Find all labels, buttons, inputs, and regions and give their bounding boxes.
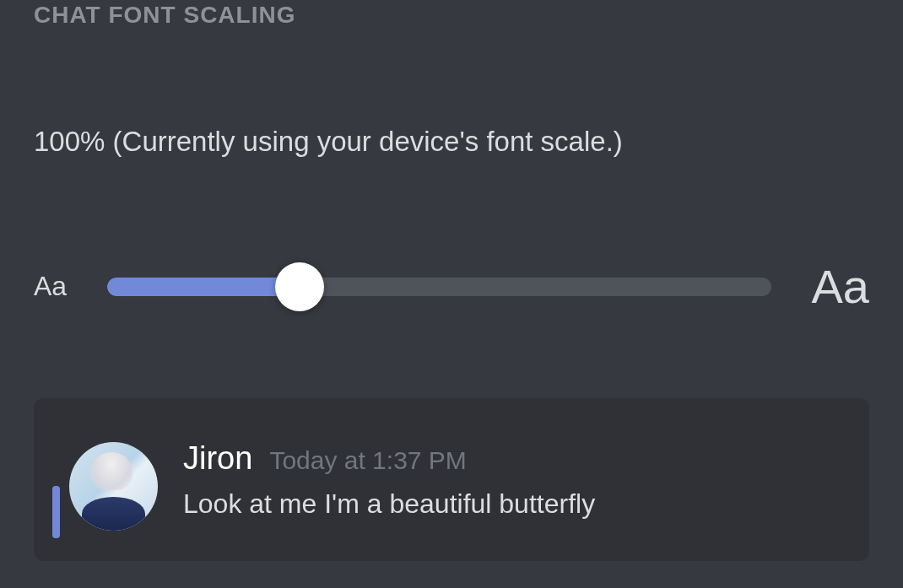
font-size-small-label: Aa — [34, 271, 67, 302]
username: Jiron — [183, 440, 252, 477]
scale-description: 100% (Currently using your device's font… — [34, 126, 869, 158]
section-title: CHAT FONT SCALING — [34, 2, 869, 29]
slider-fill — [107, 278, 300, 296]
scale-note: (Currently using your device's font scal… — [105, 126, 622, 157]
font-scale-slider[interactable] — [107, 278, 771, 296]
message-content: Jiron Today at 1:37 PM Look at me I'm a … — [183, 425, 846, 520]
slider-thumb[interactable] — [275, 262, 324, 311]
timestamp: Today at 1:37 PM — [269, 446, 466, 475]
font-scale-slider-row: Aa Aa — [34, 259, 869, 314]
chat-preview-card: Jiron Today at 1:37 PM Look at me I'm a … — [34, 398, 869, 561]
message-accent-bar — [52, 486, 60, 538]
font-size-large-label: Aa — [812, 259, 870, 314]
message-header: Jiron Today at 1:37 PM — [183, 440, 846, 477]
message-text: Look at me I'm a beautiful butterfly — [183, 488, 846, 520]
scale-value: 100% — [34, 126, 105, 157]
avatar — [69, 442, 158, 531]
slider-track — [107, 278, 771, 296]
